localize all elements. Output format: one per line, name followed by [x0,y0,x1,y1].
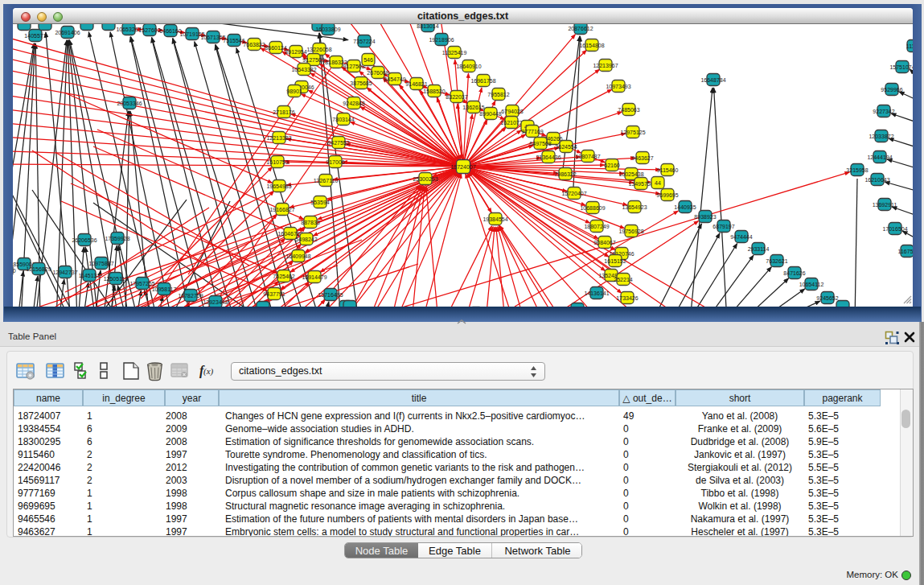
svg-text:887833: 887833 [301,220,319,225]
svg-text:7485063: 7485063 [618,107,639,113]
svg-text:19756928: 19756928 [618,229,643,234]
svg-text:8471626: 8471626 [783,270,805,276]
svg-text:8322037: 8322037 [446,94,467,100]
svg-text:1733426: 1733426 [616,295,638,301]
svg-text:1621072: 1621072 [500,120,522,126]
svg-text:6794028: 6794028 [501,109,523,114]
svg-text:8660124: 8660124 [265,45,286,51]
svg-text:546: 546 [363,57,373,63]
svg-text:19218906: 19218906 [429,37,454,43]
svg-text:(x): (x) [203,366,214,377]
svg-text:16914479: 16914479 [302,274,326,280]
svg-text:11172: 11172 [906,43,913,49]
svg-text:7803144: 7803144 [332,117,354,122]
svg-text:16154808: 16154808 [579,43,604,48]
svg-text:15751074: 15751074 [889,64,913,70]
svg-text:252214: 252214 [614,277,632,282]
svg-text:9084067: 9084067 [593,240,615,245]
svg-text:8912954: 8912954 [285,49,306,55]
svg-text:8454749: 8454749 [384,76,405,82]
svg-text:12213967: 12213967 [593,63,618,68]
svg-text:25300293: 25300293 [413,176,437,182]
svg-text:19384554: 19384554 [483,216,507,222]
svg-text:20876612: 20876612 [568,26,593,31]
svg-text:21364436: 21364436 [536,154,561,160]
svg-text:10973493: 10973493 [606,84,630,89]
svg-text:9474444: 9474444 [730,234,752,240]
svg-text:3624554: 3624554 [555,144,577,150]
svg-text:9529966: 9529966 [881,87,902,93]
svg-text:16648784: 16648784 [700,77,725,83]
svg-text:1610753: 1610753 [266,159,288,165]
svg-text:2718176: 2718176 [273,109,294,115]
svg-text:16961758: 16961758 [470,78,495,84]
svg-text:9245652: 9245652 [816,295,838,301]
svg-text:2933114: 2933114 [748,246,770,252]
svg-text:1405571: 1405571 [24,33,46,39]
svg-text:16409948: 16409948 [285,253,310,259]
svg-text:9242848: 9242848 [343,101,364,106]
svg-text:3215958: 3215958 [846,167,868,173]
svg-text:15720407: 15720407 [561,191,586,196]
svg-text:10025438: 10025438 [618,171,643,177]
svg-text:26206536: 26206536 [72,237,97,243]
svg-text:9227342: 9227342 [873,109,894,114]
svg-text:10654112: 10654112 [799,282,824,287]
svg-text:10543382: 10543382 [291,67,316,72]
svg-text:12923448: 12923448 [203,299,228,305]
svg-text:17016504: 17016504 [882,226,907,232]
svg-text:9699695: 9699695 [656,192,678,198]
svg-text:10958117: 10958117 [152,286,177,292]
svg-text:1588520: 1588520 [423,89,445,94]
svg-text:10975887: 10975887 [88,261,113,266]
svg-text:14136141: 14136141 [584,290,609,296]
svg-text:6497568: 6497568 [529,141,551,146]
svg-text:9427552: 9427552 [327,140,349,146]
svg-text:1615152: 1615152 [604,258,626,264]
svg-text:6466160: 6466160 [159,28,181,34]
svg-text:16046788: 16046788 [277,231,302,237]
svg-text:16782759: 16782759 [178,293,203,299]
svg-text:12156829: 12156829 [26,266,51,272]
svg-text:16210643: 16210643 [864,177,889,183]
svg-text:12942737: 12942737 [52,270,77,275]
svg-text:12505115: 12505115 [104,276,129,282]
svg-text:17359928: 17359928 [105,236,129,241]
svg-text:20053346: 20053346 [117,101,142,106]
svg-text:7357224: 7357224 [353,39,375,44]
svg-text:18724007: 18724007 [450,164,475,170]
svg-text:1440935: 1440935 [674,204,696,210]
svg-text:8990448: 8990448 [479,111,501,117]
svg-text:7625402: 7625402 [273,274,294,279]
svg-text:9127509: 9127509 [302,57,324,63]
svg-text:15716485: 15716485 [318,292,343,298]
svg-text:10807487: 10807487 [575,154,600,159]
svg-text:20691406: 20691406 [55,30,80,35]
svg-text:12213383: 12213383 [266,135,291,141]
svg-text:7955812: 7955812 [487,92,509,97]
svg-text:1145131: 1145131 [79,273,101,278]
svg-text:9437791: 9437791 [263,291,285,297]
svg-text:10653267: 10653267 [116,27,141,32]
svg-text:7663822: 7663822 [243,42,265,47]
svg-text:12975125: 12975125 [620,130,645,135]
svg-text:9146821: 9146821 [405,81,427,87]
svg-text:13654923: 13654923 [622,204,647,210]
svg-text:19166827: 19166827 [269,207,294,212]
svg-text:11325419: 11325419 [442,50,467,56]
svg-text:13267110: 13267110 [314,178,339,183]
svg-text:16033809: 16033809 [315,27,340,32]
svg-text:7515546: 7515546 [223,38,244,43]
svg-text:8938923: 8938923 [694,214,716,220]
svg-text:116753: 116753 [898,249,913,254]
svg-text:62160: 62160 [604,163,620,168]
svg-text:10688609: 10688609 [580,205,605,211]
svg-text:5498242: 5498242 [295,237,317,242]
svg-text:17957255: 17957255 [129,281,154,286]
svg-text:9777169: 9777169 [521,129,543,134]
svg-text:391590: 391590 [13,268,16,274]
svg-text:12444194: 12444194 [867,154,892,160]
svg-text:18807249: 18807249 [584,224,609,229]
svg-text:9463627: 9463627 [631,155,653,161]
svg-text:44: 44 [655,180,661,186]
